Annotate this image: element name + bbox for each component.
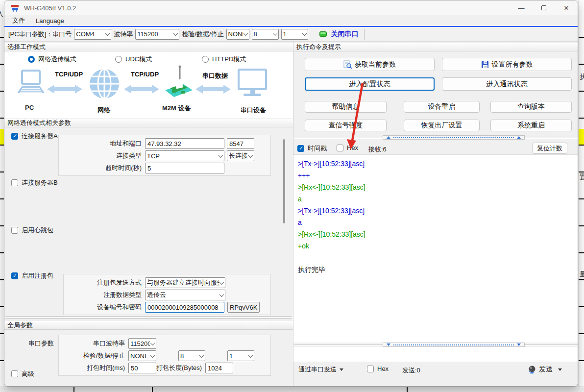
node-label: PC	[25, 104, 34, 111]
close-port-button[interactable]: 关闭串口	[331, 30, 359, 39]
global-stop-bits-select[interactable]: 1	[227, 350, 254, 361]
left-panel-horizontal-scrollbar[interactable]	[5, 316, 292, 318]
toolbar-separator	[364, 29, 365, 40]
server-b-checkbox[interactable]	[11, 179, 18, 186]
chevron-down-icon	[302, 31, 307, 36]
background-highlight-cell	[0, 129, 4, 146]
send-button[interactable]: 发送	[528, 364, 562, 375]
conn-type-select[interactable]: TCP	[145, 150, 224, 161]
enter-config-button[interactable]: 进入配置状态	[305, 77, 435, 91]
dropdown-arrow-icon	[558, 368, 562, 371]
background-gridline	[0, 279, 4, 280]
menu-file[interactable]: 文件	[12, 16, 25, 25]
com-port-select[interactable]: COM4	[74, 29, 111, 40]
timeout-input[interactable]	[145, 163, 224, 173]
background-char: 量	[580, 270, 584, 279]
data-bits-select[interactable]: 8	[252, 29, 279, 40]
stop-bits-select[interactable]: 1	[281, 29, 308, 40]
heartbeat-checkbox[interactable]	[11, 227, 18, 234]
send-input[interactable]	[293, 347, 578, 362]
node-label: 网络	[97, 106, 110, 115]
conn-type-label: 连接类型	[59, 151, 145, 160]
reg-send-select[interactable]: 与服务器建立连接时向服务	[145, 277, 225, 288]
reboot-device-button[interactable]: 设备重启	[404, 101, 480, 113]
set-params-label: 设置所有参数	[492, 60, 533, 69]
pc-serial-label: [PC串口参数]：串口号	[8, 30, 72, 39]
global-parity-select[interactable]: NONE	[128, 350, 156, 361]
app-window: WH-G405tf V1.0.2 — ✕ 文件 Language [PC串口参数…	[4, 0, 578, 387]
link-label: 串口数据	[202, 72, 228, 80]
server-a-checkbox[interactable]	[11, 133, 18, 140]
log-hex-checkbox[interactable]	[337, 145, 343, 151]
server-b-label: 连接服务器B	[22, 178, 58, 187]
addr-port-label: 地址和端口	[59, 139, 145, 148]
double-arrow-icon	[124, 83, 159, 97]
splitter-handle[interactable]	[383, 135, 525, 140]
regpack-checkbox[interactable]	[11, 272, 18, 279]
query-version-button[interactable]: 查询版本	[490, 101, 572, 113]
system-restart-button[interactable]: 系统重启	[490, 120, 572, 131]
server-a-port-input[interactable]	[227, 138, 254, 149]
send-hex-label: Hex	[377, 365, 389, 372]
chevron-down-icon	[219, 153, 223, 158]
minimize-button[interactable]: —	[510, 0, 533, 15]
link-label: TCP/UDP	[55, 71, 83, 78]
help-label: 帮助信息	[332, 102, 360, 111]
send-splitter[interactable]	[294, 343, 578, 347]
background-gridline	[579, 360, 584, 361]
background-gridline	[0, 64, 4, 65]
command-panel: 执行命令及提示 获取当前参数 设置所有参数 进入配置状态 进入通讯状态 帮助信息…	[293, 42, 578, 387]
timestamp-checkbox[interactable]	[297, 145, 304, 152]
global-data-bits-select[interactable]: 8	[178, 350, 205, 361]
send-via-serial-dropdown[interactable]: 通过串口发送	[298, 364, 343, 375]
log-output[interactable]: >[Tx->][10:52:33][asc]+++>[Rx<-][10:52:3…	[293, 154, 578, 343]
background-gridline	[579, 37, 584, 38]
help-button[interactable]: 帮助信息	[305, 101, 387, 113]
mode-httpd-radio[interactable]	[202, 56, 209, 63]
server-a-row: 连接服务器A	[11, 132, 58, 141]
reg-type-select[interactable]: 透传云	[145, 290, 225, 300]
pc-laptop-icon	[15, 70, 46, 101]
maximize-button[interactable]	[533, 0, 555, 15]
send-hex-row: Hex	[367, 365, 389, 372]
pack-time-input[interactable]	[128, 363, 156, 373]
mode-udc-radio[interactable]	[115, 56, 122, 63]
parity-label: 检验/数据/停止	[182, 30, 223, 39]
global-baud-select[interactable]: 115200	[128, 338, 156, 349]
get-params-button[interactable]: 获取当前参数	[305, 58, 435, 71]
send-hex-checkbox[interactable]	[367, 366, 374, 372]
background-gridline	[0, 360, 4, 361]
conn-mode-select[interactable]: 长连接	[227, 150, 254, 161]
timestamp-row: 时间戳	[297, 144, 327, 153]
pack-len-input[interactable]	[205, 363, 233, 373]
reset-count-button[interactable]: 复位计数	[532, 143, 567, 154]
parity-select[interactable]: NONE	[226, 29, 249, 40]
close-button[interactable]: ✕	[555, 0, 578, 15]
background-gridline	[579, 145, 584, 146]
collapse-down-icon	[517, 343, 521, 346]
reboot-device-label: 设备重启	[428, 102, 456, 111]
left-panel-vertical-scrollbar[interactable]	[283, 139, 285, 223]
background-gridline	[579, 118, 584, 119]
server-a-address-input[interactable]	[145, 138, 224, 149]
enter-comm-button[interactable]: 进入通讯状态	[442, 77, 572, 91]
menu-language[interactable]: Language	[36, 17, 64, 24]
log-line: a	[298, 217, 575, 228]
advanced-checkbox[interactable]	[11, 370, 18, 377]
global-stop-bits-value: 1	[229, 352, 248, 360]
background-gridline	[0, 145, 4, 146]
log-hex-row: Hex	[337, 144, 358, 151]
chevron-down-icon	[105, 31, 110, 36]
splitter-handle[interactable]	[383, 343, 525, 347]
reg-send-value: 与服务器建立连接时向服务	[147, 278, 219, 287]
mode-transparent-radio[interactable]	[28, 56, 35, 63]
app-logo-icon	[11, 4, 19, 12]
background-gridline	[0, 225, 4, 226]
log-splitter[interactable]	[294, 135, 578, 140]
set-params-button[interactable]: 设置所有参数	[442, 58, 572, 71]
query-signal-button[interactable]: 查信号强度	[305, 120, 387, 131]
factory-reset-button[interactable]: 恢复出厂设置	[404, 120, 480, 131]
device-id-input[interactable]	[145, 302, 224, 313]
baud-select[interactable]: 115200	[135, 29, 179, 40]
chevron-down-icon	[173, 31, 178, 36]
